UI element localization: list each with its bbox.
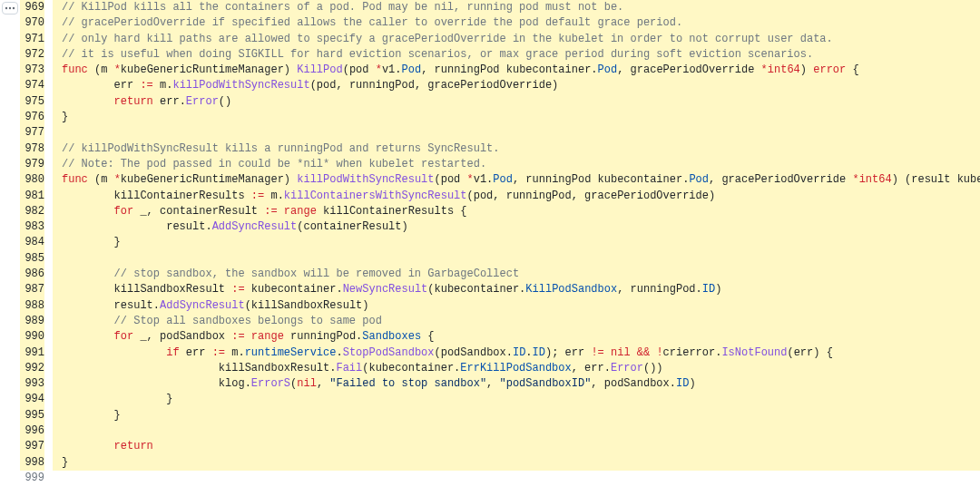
line-number[interactable]: 993 [20,376,44,392]
line-number[interactable]: 994 [20,392,44,407]
token-bl: KillPodSandbox [525,283,617,296]
token-pl: kubecontainer. [245,283,343,296]
code-line [53,125,980,141]
line-number[interactable]: 999 [20,471,44,486]
token-pl: (containerResult) [297,220,407,233]
token-pl: kubeGenericRuntimeManager) [121,63,297,76]
token-op: != [591,346,603,359]
code-line: } [53,110,980,125]
token-pl [62,440,114,452]
line-number[interactable]: 982 [20,204,44,219]
line-actions-button[interactable] [2,2,18,15]
token-pl: , runningPod. [617,283,702,296]
token-pl: , runningPod kubecontainer. [421,63,597,76]
token-bl: ID [533,346,545,359]
line-number[interactable]: 995 [20,408,44,423]
token-op: * [852,173,858,186]
line-number[interactable]: 981 [20,189,44,204]
token-pl: kubeGenericRuntimeManager) [121,173,297,186]
line-number[interactable]: 974 [20,78,44,93]
line-number[interactable]: 988 [20,298,44,314]
token-pl: m. [153,79,173,92]
line-number[interactable]: 992 [20,361,44,376]
token-pl [62,330,114,343]
token-pl: killContainerResults [62,190,251,202]
line-number[interactable]: 987 [20,282,44,297]
line-number[interactable]: 989 [20,314,44,329]
code-line: result.AddSyncResult(containerResult) [53,219,980,235]
token-pl: (killSandboxResult) [245,299,369,312]
token-c: // killPodWithSyncResult kills a running… [62,142,499,155]
token-pl: { [421,330,434,343]
code-line: func (m *kubeGenericRuntimeManager) kill… [53,172,980,188]
line-number[interactable]: 975 [20,94,44,110]
token-pl [245,330,251,343]
token-pl: (podSandbox. [435,346,513,359]
line-number[interactable]: 971 [20,32,44,47]
token-op: := [140,79,152,92]
code-line [53,423,980,439]
line-number[interactable]: 976 [20,110,44,125]
line-number[interactable]: 991 [20,345,44,361]
token-op: := [212,346,225,359]
token-pl: err [62,79,140,92]
line-number[interactable]: 990 [20,329,44,345]
line-number[interactable]: 977 [20,125,44,141]
token-pl: v1. [474,173,494,186]
code-line: killContainerResults := m.killContainers… [53,189,980,204]
code-line: // stop sandbox, the sandbox will be rem… [53,267,980,282]
token-pl: runningPod. [284,330,362,343]
token-fn: AddSyncResult [160,299,245,312]
token-kw: error [813,63,846,76]
line-number[interactable]: 970 [20,15,44,31]
token-op: := [264,205,277,218]
token-pl: (pod, runningPod, gracePeriodOverride) [310,79,559,92]
token-fn: killPodWithSyncResult [297,173,434,186]
token-pl: { [846,63,858,76]
token-op: := [231,283,244,296]
code-line: } [53,408,980,423]
line-number[interactable]: 978 [20,141,44,157]
token-pl: result. [62,299,160,312]
token-pl: . [336,346,342,359]
token-pl: (kubecontainer. [427,283,525,296]
token-pl: (err) { [787,346,832,359]
token-fn: killPodWithSyncResult [172,79,309,92]
token-pl: m. [225,346,245,359]
code-line: // Stop all sandboxes belongs to same po… [53,314,980,329]
token-pl: killContainerResults { [317,205,467,218]
token-pl: err. [153,95,186,108]
token-pl [604,346,611,359]
line-number[interactable]: 983 [20,219,44,235]
line-number[interactable]: 996 [20,423,44,439]
line-number[interactable]: 973 [20,63,44,78]
token-c: // KillPod kills all the containers of a… [62,1,623,14]
token-pl: , gracePeriodOverride [617,63,760,76]
token-pl: . [525,346,532,359]
line-number[interactable]: 986 [20,267,44,282]
line-number[interactable]: 998 [20,455,44,471]
code-line: err := m.killPodWithSyncResult(pod, runn… [53,78,980,93]
token-fn: ErrorS [251,377,290,390]
line-number[interactable]: 985 [20,251,44,267]
code-content[interactable]: // KillPod kills all the containers of a… [53,0,980,486]
token-kw: int64 [859,173,892,186]
line-number[interactable]: 969 [20,0,44,15]
line-number[interactable]: 997 [20,439,44,454]
line-number[interactable]: 972 [20,47,44,63]
line-number[interactable]: 979 [20,157,44,172]
code-line: // gracePeriodOverride if specified allo… [53,15,980,31]
line-number[interactable]: 984 [20,235,44,250]
line-number-gutter: 9699709719729739749759769779789799809819… [20,0,53,486]
token-bl: Pod [689,173,709,186]
token-pl: , [486,377,499,390]
token-kw: return [114,95,153,108]
token-op: := [231,330,244,343]
code-line [53,471,980,486]
token-pl: killSandboxResult. [62,362,336,374]
token-pl: } [62,236,121,248]
token-fn: KillPod [297,63,342,76]
line-number[interactable]: 980 [20,172,44,188]
token-c: // it is useful when doing SIGKILL for h… [62,48,813,61]
svg-point-0 [5,7,7,9]
